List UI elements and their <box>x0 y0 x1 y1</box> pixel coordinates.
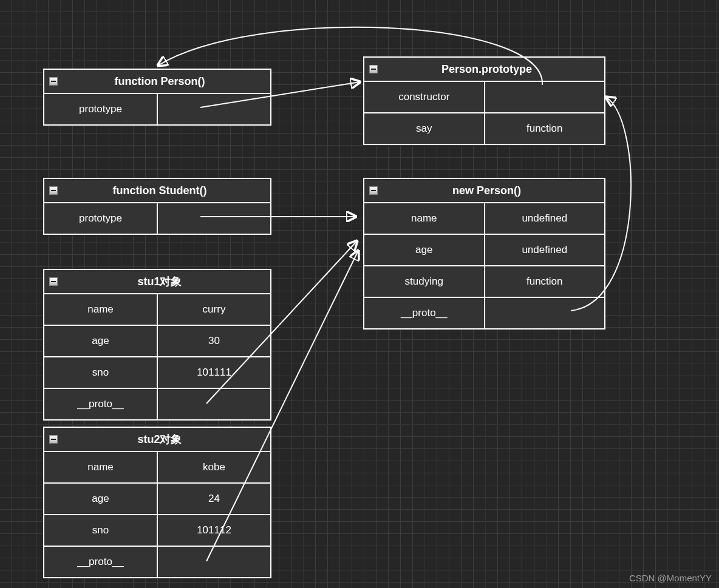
collapse-icon[interactable] <box>49 186 58 195</box>
box-stu1: stu1对象 namecurry age30 sno101111 __proto… <box>43 269 271 421</box>
box-stu2: stu2对象 namekobe age24 sno101112 __proto_… <box>43 427 271 578</box>
cell-key: constructor <box>364 82 485 112</box>
cell-value <box>485 82 605 112</box>
cell-key: __proto__ <box>44 389 158 419</box>
collapse-icon[interactable] <box>49 77 58 86</box>
cell-key: sno <box>44 515 158 546</box>
cell-value <box>158 547 270 577</box>
cell-value: undefined <box>485 235 605 265</box>
cell-value <box>158 389 270 419</box>
box-function-student: function Student() prototype <box>43 178 271 235</box>
cell-value: undefined <box>485 203 605 234</box>
collapse-icon[interactable] <box>49 277 58 286</box>
cell-key: prototype <box>44 203 158 234</box>
cell-key: age <box>364 235 485 265</box>
box-new-person: new Person() nameundefined ageundefined … <box>363 178 605 329</box>
cell-value: 30 <box>158 326 270 356</box>
cell-key: say <box>364 113 485 144</box>
collapse-icon[interactable] <box>369 65 378 73</box>
cell-key: name <box>44 294 158 325</box>
cell-key: name <box>364 203 485 234</box>
cell-value <box>485 298 605 328</box>
cell-value: function <box>485 266 605 297</box>
cell-key: studying <box>364 266 485 297</box>
box-person-prototype: Person.prototype constructor sayfunction <box>363 56 605 145</box>
collapse-icon[interactable] <box>49 435 58 444</box>
box-title: new Person() <box>384 184 604 197</box>
cell-value: 101111 <box>158 357 270 388</box>
cell-value: kobe <box>158 452 270 482</box>
cell-value: curry <box>158 294 270 325</box>
collapse-icon[interactable] <box>369 186 378 195</box>
watermark: CSDN @MomentYY <box>629 573 712 583</box>
cell-key: __proto__ <box>44 547 158 577</box>
cell-key: __proto__ <box>364 298 485 328</box>
cell-value: function <box>485 113 605 144</box>
box-title: stu1对象 <box>64 274 270 289</box>
box-title: function Student() <box>64 184 270 197</box>
cell-value: 101112 <box>158 515 270 546</box>
box-title: Person.prototype <box>384 63 604 76</box>
box-title: function Person() <box>64 75 270 88</box>
cell-key: age <box>44 484 158 514</box>
cell-value: 24 <box>158 484 270 514</box>
cell-value <box>158 94 270 124</box>
cell-value <box>158 203 270 234</box>
cell-key: prototype <box>44 94 158 124</box>
box-title: stu2对象 <box>64 432 270 447</box>
cell-key: age <box>44 326 158 356</box>
box-function-person: function Person() prototype <box>43 69 271 126</box>
cell-key: name <box>44 452 158 482</box>
cell-key: sno <box>44 357 158 388</box>
